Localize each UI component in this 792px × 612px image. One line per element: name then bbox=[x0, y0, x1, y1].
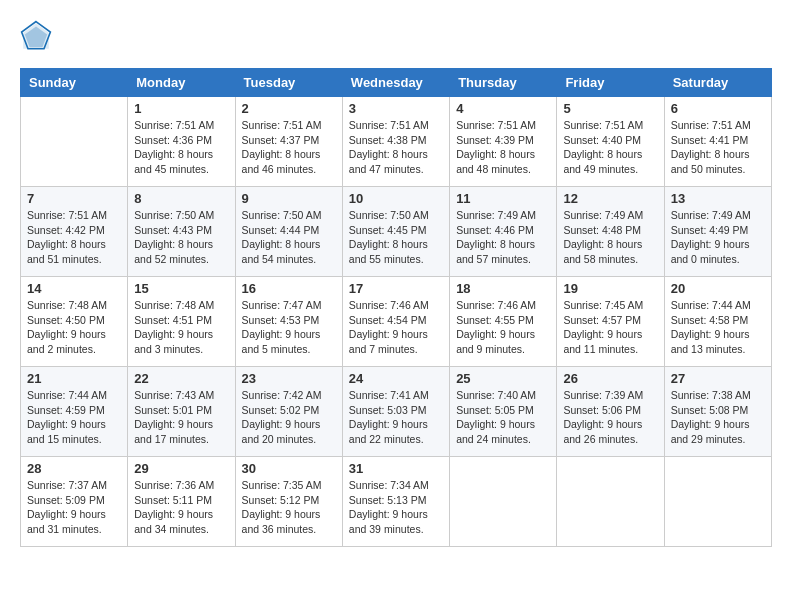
calendar-cell: 29Sunrise: 7:36 AM Sunset: 5:11 PM Dayli… bbox=[128, 457, 235, 547]
calendar-cell: 14Sunrise: 7:48 AM Sunset: 4:50 PM Dayli… bbox=[21, 277, 128, 367]
calendar-cell: 3Sunrise: 7:51 AM Sunset: 4:38 PM Daylig… bbox=[342, 97, 449, 187]
calendar-cell: 25Sunrise: 7:40 AM Sunset: 5:05 PM Dayli… bbox=[450, 367, 557, 457]
day-info: Sunrise: 7:50 AM Sunset: 4:44 PM Dayligh… bbox=[242, 208, 336, 267]
calendar-cell: 2Sunrise: 7:51 AM Sunset: 4:37 PM Daylig… bbox=[235, 97, 342, 187]
week-row-3: 14Sunrise: 7:48 AM Sunset: 4:50 PM Dayli… bbox=[21, 277, 772, 367]
calendar-cell: 27Sunrise: 7:38 AM Sunset: 5:08 PM Dayli… bbox=[664, 367, 771, 457]
calendar-cell: 9Sunrise: 7:50 AM Sunset: 4:44 PM Daylig… bbox=[235, 187, 342, 277]
calendar-table: SundayMondayTuesdayWednesdayThursdayFrid… bbox=[20, 68, 772, 547]
calendar-cell: 17Sunrise: 7:46 AM Sunset: 4:54 PM Dayli… bbox=[342, 277, 449, 367]
calendar-cell: 8Sunrise: 7:50 AM Sunset: 4:43 PM Daylig… bbox=[128, 187, 235, 277]
day-number: 11 bbox=[456, 191, 550, 206]
week-row-5: 28Sunrise: 7:37 AM Sunset: 5:09 PM Dayli… bbox=[21, 457, 772, 547]
day-number: 24 bbox=[349, 371, 443, 386]
day-info: Sunrise: 7:48 AM Sunset: 4:51 PM Dayligh… bbox=[134, 298, 228, 357]
day-info: Sunrise: 7:51 AM Sunset: 4:41 PM Dayligh… bbox=[671, 118, 765, 177]
weekday-header-thursday: Thursday bbox=[450, 69, 557, 97]
day-number: 6 bbox=[671, 101, 765, 116]
day-number: 17 bbox=[349, 281, 443, 296]
calendar-cell: 13Sunrise: 7:49 AM Sunset: 4:49 PM Dayli… bbox=[664, 187, 771, 277]
day-number: 12 bbox=[563, 191, 657, 206]
day-info: Sunrise: 7:40 AM Sunset: 5:05 PM Dayligh… bbox=[456, 388, 550, 447]
day-number: 16 bbox=[242, 281, 336, 296]
weekday-header-tuesday: Tuesday bbox=[235, 69, 342, 97]
day-info: Sunrise: 7:49 AM Sunset: 4:46 PM Dayligh… bbox=[456, 208, 550, 267]
day-number: 10 bbox=[349, 191, 443, 206]
day-info: Sunrise: 7:51 AM Sunset: 4:36 PM Dayligh… bbox=[134, 118, 228, 177]
day-number: 22 bbox=[134, 371, 228, 386]
weekday-header-monday: Monday bbox=[128, 69, 235, 97]
day-number: 13 bbox=[671, 191, 765, 206]
day-number: 2 bbox=[242, 101, 336, 116]
day-number: 26 bbox=[563, 371, 657, 386]
day-info: Sunrise: 7:46 AM Sunset: 4:54 PM Dayligh… bbox=[349, 298, 443, 357]
day-info: Sunrise: 7:43 AM Sunset: 5:01 PM Dayligh… bbox=[134, 388, 228, 447]
day-info: Sunrise: 7:51 AM Sunset: 4:37 PM Dayligh… bbox=[242, 118, 336, 177]
weekday-header-friday: Friday bbox=[557, 69, 664, 97]
day-info: Sunrise: 7:37 AM Sunset: 5:09 PM Dayligh… bbox=[27, 478, 121, 537]
day-info: Sunrise: 7:46 AM Sunset: 4:55 PM Dayligh… bbox=[456, 298, 550, 357]
day-number: 31 bbox=[349, 461, 443, 476]
day-info: Sunrise: 7:39 AM Sunset: 5:06 PM Dayligh… bbox=[563, 388, 657, 447]
day-info: Sunrise: 7:50 AM Sunset: 4:45 PM Dayligh… bbox=[349, 208, 443, 267]
day-number: 19 bbox=[563, 281, 657, 296]
day-number: 5 bbox=[563, 101, 657, 116]
day-number: 28 bbox=[27, 461, 121, 476]
calendar-cell: 19Sunrise: 7:45 AM Sunset: 4:57 PM Dayli… bbox=[557, 277, 664, 367]
day-number: 7 bbox=[27, 191, 121, 206]
day-info: Sunrise: 7:36 AM Sunset: 5:11 PM Dayligh… bbox=[134, 478, 228, 537]
day-number: 1 bbox=[134, 101, 228, 116]
day-info: Sunrise: 7:49 AM Sunset: 4:49 PM Dayligh… bbox=[671, 208, 765, 267]
calendar-cell: 10Sunrise: 7:50 AM Sunset: 4:45 PM Dayli… bbox=[342, 187, 449, 277]
calendar-cell: 21Sunrise: 7:44 AM Sunset: 4:59 PM Dayli… bbox=[21, 367, 128, 457]
calendar-cell: 11Sunrise: 7:49 AM Sunset: 4:46 PM Dayli… bbox=[450, 187, 557, 277]
weekday-header-sunday: Sunday bbox=[21, 69, 128, 97]
page-header bbox=[20, 20, 772, 52]
week-row-1: 1Sunrise: 7:51 AM Sunset: 4:36 PM Daylig… bbox=[21, 97, 772, 187]
day-info: Sunrise: 7:44 AM Sunset: 4:58 PM Dayligh… bbox=[671, 298, 765, 357]
day-number: 29 bbox=[134, 461, 228, 476]
calendar-cell: 20Sunrise: 7:44 AM Sunset: 4:58 PM Dayli… bbox=[664, 277, 771, 367]
calendar-cell: 16Sunrise: 7:47 AM Sunset: 4:53 PM Dayli… bbox=[235, 277, 342, 367]
calendar-cell: 18Sunrise: 7:46 AM Sunset: 4:55 PM Dayli… bbox=[450, 277, 557, 367]
weekday-header-row: SundayMondayTuesdayWednesdayThursdayFrid… bbox=[21, 69, 772, 97]
calendar-cell: 28Sunrise: 7:37 AM Sunset: 5:09 PM Dayli… bbox=[21, 457, 128, 547]
calendar-cell: 15Sunrise: 7:48 AM Sunset: 4:51 PM Dayli… bbox=[128, 277, 235, 367]
calendar-cell: 23Sunrise: 7:42 AM Sunset: 5:02 PM Dayli… bbox=[235, 367, 342, 457]
weekday-header-wednesday: Wednesday bbox=[342, 69, 449, 97]
calendar-cell: 6Sunrise: 7:51 AM Sunset: 4:41 PM Daylig… bbox=[664, 97, 771, 187]
day-number: 18 bbox=[456, 281, 550, 296]
calendar-cell: 12Sunrise: 7:49 AM Sunset: 4:48 PM Dayli… bbox=[557, 187, 664, 277]
calendar-cell: 31Sunrise: 7:34 AM Sunset: 5:13 PM Dayli… bbox=[342, 457, 449, 547]
day-number: 3 bbox=[349, 101, 443, 116]
day-number: 25 bbox=[456, 371, 550, 386]
calendar-cell: 7Sunrise: 7:51 AM Sunset: 4:42 PM Daylig… bbox=[21, 187, 128, 277]
day-info: Sunrise: 7:44 AM Sunset: 4:59 PM Dayligh… bbox=[27, 388, 121, 447]
day-info: Sunrise: 7:38 AM Sunset: 5:08 PM Dayligh… bbox=[671, 388, 765, 447]
calendar-cell: 22Sunrise: 7:43 AM Sunset: 5:01 PM Dayli… bbox=[128, 367, 235, 457]
week-row-2: 7Sunrise: 7:51 AM Sunset: 4:42 PM Daylig… bbox=[21, 187, 772, 277]
week-row-4: 21Sunrise: 7:44 AM Sunset: 4:59 PM Dayli… bbox=[21, 367, 772, 457]
calendar-cell bbox=[21, 97, 128, 187]
day-info: Sunrise: 7:50 AM Sunset: 4:43 PM Dayligh… bbox=[134, 208, 228, 267]
day-number: 15 bbox=[134, 281, 228, 296]
calendar-cell: 1Sunrise: 7:51 AM Sunset: 4:36 PM Daylig… bbox=[128, 97, 235, 187]
calendar-cell: 4Sunrise: 7:51 AM Sunset: 4:39 PM Daylig… bbox=[450, 97, 557, 187]
day-info: Sunrise: 7:48 AM Sunset: 4:50 PM Dayligh… bbox=[27, 298, 121, 357]
day-info: Sunrise: 7:45 AM Sunset: 4:57 PM Dayligh… bbox=[563, 298, 657, 357]
day-info: Sunrise: 7:51 AM Sunset: 4:40 PM Dayligh… bbox=[563, 118, 657, 177]
calendar-cell: 26Sunrise: 7:39 AM Sunset: 5:06 PM Dayli… bbox=[557, 367, 664, 457]
day-number: 21 bbox=[27, 371, 121, 386]
day-number: 27 bbox=[671, 371, 765, 386]
calendar-cell: 5Sunrise: 7:51 AM Sunset: 4:40 PM Daylig… bbox=[557, 97, 664, 187]
day-number: 30 bbox=[242, 461, 336, 476]
weekday-header-saturday: Saturday bbox=[664, 69, 771, 97]
calendar-cell: 30Sunrise: 7:35 AM Sunset: 5:12 PM Dayli… bbox=[235, 457, 342, 547]
day-info: Sunrise: 7:34 AM Sunset: 5:13 PM Dayligh… bbox=[349, 478, 443, 537]
calendar-cell bbox=[557, 457, 664, 547]
calendar-cell bbox=[664, 457, 771, 547]
day-number: 4 bbox=[456, 101, 550, 116]
day-info: Sunrise: 7:51 AM Sunset: 4:38 PM Dayligh… bbox=[349, 118, 443, 177]
day-number: 23 bbox=[242, 371, 336, 386]
calendar-cell bbox=[450, 457, 557, 547]
